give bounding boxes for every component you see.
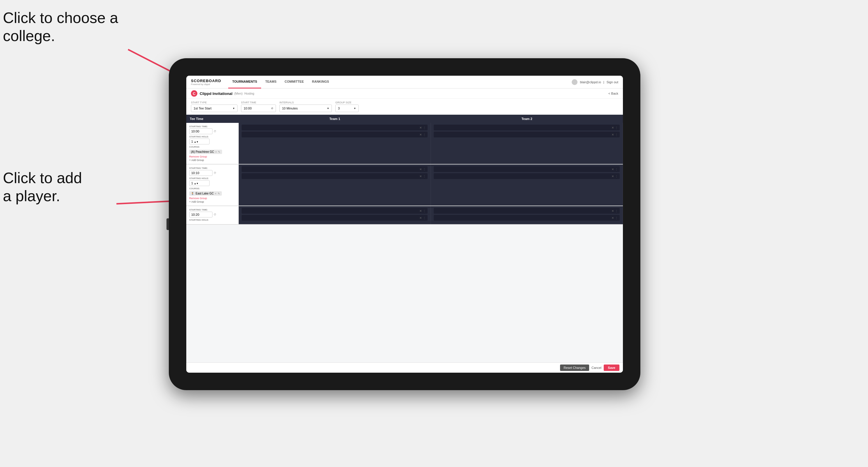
player-slot-5-2[interactable]: ✕ ⋮ [242,215,428,221]
start-type-group: Start Type 1st Tee Start ▼ [191,101,238,112]
tee-info-3: STARTING TIME: 10:20 ⏱ STARTING HOLE: [186,206,239,224]
starting-time-label-3: STARTING TIME: [189,209,236,211]
slot-icons-2-1: ✕ ⋮ [612,126,618,129]
hosting-badge: Hosting [244,92,254,95]
cancel-button[interactable]: Cancel [591,366,601,370]
player-slot-4-2[interactable]: ✕ ⋮ [434,173,620,179]
nav-right: blair@clippd.io | Sign out [572,79,618,85]
sign-out-link[interactable]: Sign out [607,80,618,84]
page-header: C Clippd Invitational (Men) Hosting < Ba… [186,89,623,99]
course-label-1: COURSE: [189,146,236,148]
player-slot-2-2[interactable]: ✕ ⋮ [434,132,620,137]
hole-label-2: STARTING HOLE: [189,177,236,180]
time-icon-1: ⏱ [214,130,216,133]
time-icon-2: ⏱ [214,172,216,175]
course-edit-icon-2[interactable]: ✎ [218,192,220,195]
starting-time-label-2: STARTING TIME: [189,167,236,169]
group-size-group: Group Size 3 ▼ [335,101,359,112]
annotation-add-player: Click to add a player. [3,169,82,205]
main-content: Tee Time Team 1 Team 2 STARTING TIME: 10… [186,115,623,363]
brand-logo: C [191,90,197,97]
hole-label-1: STARTING HOLE: [189,135,236,138]
start-time-group: Start Time 10:00 ⏱ [241,101,276,112]
select-arrow-icon: ▼ [232,107,235,110]
annotation-choose-college: Click to choose a college. [3,9,118,45]
player-slot-2-1[interactable]: ✕ ⋮ [434,125,620,130]
remove-group-2[interactable]: Remove Group [189,197,236,200]
footer: Reset Changes Cancel Save [186,363,623,373]
tee-row-3: STARTING TIME: 10:20 ⏱ STARTING HOLE: ✕ … [186,206,623,225]
player-slot-3-1[interactable]: ✕ ⋮ [242,166,428,172]
avatar [572,79,578,85]
group-arrow-icon: ▼ [354,107,356,110]
hole-select-2[interactable]: 1 ▲▼ [189,180,210,186]
page-tag: (Men) [234,92,243,95]
team1-cell-1: ✕ ⋮ ✕ ⋮ [239,123,431,164]
intervals-arrow-icon: ▼ [327,107,329,110]
nav-links: TOURNAMENTS TEAMS COMMITTEE RANKINGS [228,76,572,89]
time-input-3[interactable]: 10:20 [189,212,213,217]
slot-icons-2-2: ✕ ⋮ [612,133,618,136]
team2-cell-1: ✕ ⋮ ✕ ⋮ [431,123,623,164]
team1-cell-2: ✕ ⋮ ✕ ⋮ [239,164,431,206]
player-slot-6-2[interactable]: ✕ ⋮ [434,215,620,221]
course-edit-icon-1[interactable]: ✎ [218,151,220,153]
team2-cell-3: ✕ ⋮ ✕ ⋮ [431,206,623,224]
tee-info-1: STARTING TIME: 10:00 ⏱ STARTING HOLE: 1 … [186,123,239,164]
time-input-2[interactable]: 10:10 [189,170,213,176]
course-remove-icon-2[interactable]: × [215,192,216,195]
start-type-label: Start Type [191,101,238,104]
reset-button[interactable]: Reset Changes [560,365,589,371]
annotation-line1: Click to choose a [3,9,118,26]
nav-rankings[interactable]: RANKINGS [308,76,333,89]
start-time-input[interactable]: 10:00 ⏱ [241,104,276,112]
nav-tournaments[interactable]: TOURNAMENTS [228,76,261,89]
nav-teams[interactable]: TEAMS [261,76,281,89]
tablet-side-button [166,218,169,230]
player-slot-5-1[interactable]: ✕ ⋮ [242,208,428,214]
hole-select-1[interactable]: 1 ▲▼ [189,138,210,145]
nav-committee[interactable]: COMMITTEE [281,76,308,89]
slot-icons-1-2: ✕ ⋮ [420,133,426,136]
course-tag-2[interactable]: 🏌 East Lake GC × ✎ [189,191,222,196]
tablet-frame: SCOREBOARD Powered by clippd TOURNAMENTS… [169,58,640,390]
add-group-2[interactable]: + Add Group [189,200,236,203]
course-label-2: COURSE: [189,187,236,190]
col-team1: Team 1 [239,115,431,123]
tablet-screen: SCOREBOARD Powered by clippd TOURNAMENTS… [186,76,623,373]
table-header: Tee Time Team 1 Team 2 [186,115,623,123]
add-group-1[interactable]: + Add Group [189,159,236,162]
team1-cell-3: ✕ ⋮ ✕ ⋮ [239,206,431,224]
remove-group-1[interactable]: Remove Group [189,155,236,158]
player-slot-4-1[interactable]: ✕ ⋮ [434,166,620,172]
brand-title: SCOREBOARD [191,79,221,83]
start-time-label: Start Time [241,101,276,104]
course-tag-1[interactable]: (A) Peachtree GC × ✎ [189,150,222,154]
hole-label-3: STARTING HOLE: [189,219,236,221]
form-row: Start Type 1st Tee Start ▼ Start Time 10… [186,99,623,115]
page-title: Clippd Invitational [200,91,232,96]
col-team2: Team 2 [431,115,623,123]
group-size-select[interactable]: 3 ▼ [335,104,359,112]
player-slot-6-1[interactable]: ✕ ⋮ [434,208,620,214]
user-email: blair@clippd.io [580,80,601,84]
slot-icons-1-1: ✕ ⋮ [420,126,426,129]
save-button[interactable]: Save [604,365,619,371]
navbar: SCOREBOARD Powered by clippd TOURNAMENTS… [186,76,623,89]
divider: | [603,80,604,84]
player-slot-1-1[interactable]: ✕ ⋮ [242,125,428,130]
back-button[interactable]: < Back [608,92,618,95]
intervals-select[interactable]: 10 Minutes ▼ [279,104,332,112]
col-tee-time: Tee Time [186,115,239,123]
starting-time-label-1: STARTING TIME: [189,125,236,128]
tee-info-2: STARTING TIME: 10:10 ⏱ STARTING HOLE: 1 … [186,164,239,206]
course-remove-icon-1[interactable]: × [215,151,217,153]
annotation-line2: college. [3,27,55,44]
clock-icon: ⏱ [271,107,273,110]
player-slot-3-2[interactable]: ✕ ⋮ [242,173,428,179]
time-input-1[interactable]: 10:00 [189,128,213,134]
player-slot-1-2[interactable]: ✕ ⋮ [242,132,428,137]
start-type-select[interactable]: 1st Tee Start ▼ [191,104,238,112]
brand-sub: Powered by clippd [191,83,221,86]
tee-row-1: STARTING TIME: 10:00 ⏱ STARTING HOLE: 1 … [186,123,623,164]
